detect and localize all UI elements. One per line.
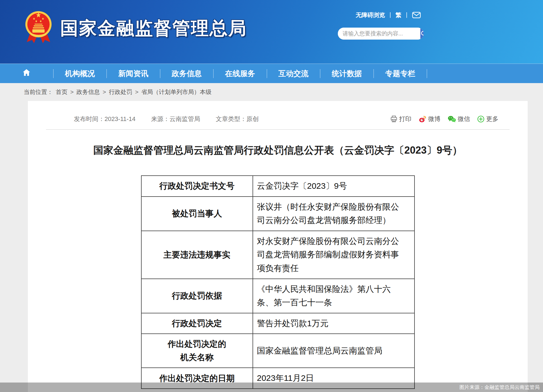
home-icon [22,69,31,76]
meta-divider [46,129,510,130]
row-value: 国家金融监督管理总局云南监管局 [253,334,414,368]
row-value: 云金罚决字〔2023〕9号 [253,176,414,197]
weibo-icon [419,115,426,123]
wechat-icon [448,115,456,123]
site-header: 国家金融监督管理总局 无障碍浏览 繁 [0,0,543,64]
site-title: 国家金融监督管理总局 [60,16,247,40]
row-label: 行政处罚依据 [141,279,253,313]
top-links-separator [390,12,391,18]
weibo-label: 微博 [428,115,440,123]
row-value: 警告并处罚款1万元 [253,313,414,334]
search-input[interactable] [338,28,420,40]
more-label: 更多 [486,115,498,123]
nav-item-home[interactable] [0,69,53,78]
row-value: 张议井（时任永安财产保险股份有限公司云南分公司盘龙营销服务部经理） [253,197,414,231]
nav-item-news[interactable]: 新闻资讯 [107,69,160,79]
breadcrumb-provincial-bureau[interactable]: 省局（计划单列市局）本级 [141,88,212,96]
nav-separator [427,69,427,78]
source-value: 云南监管局 [169,115,200,122]
image-source-caption: 图片来源：金融监管总局云南监管局 [459,384,540,391]
source: 来源：云南监管局 [151,115,200,123]
print-button[interactable]: 打印 [390,115,411,123]
top-links-separator [406,12,407,18]
weibo-share-button[interactable]: 微博 [419,115,440,123]
wechat-label: 微信 [458,115,470,123]
row-label: 行政处罚决定书文号 [141,176,253,197]
publish-time: 发布时间：2023-11-14 [74,115,135,123]
nav-item-special-topics[interactable]: 专题专栏 [374,69,427,79]
wechat-share-button[interactable]: 微信 [448,115,470,123]
table-row: 行政处罚决定书文号 云金罚决字〔2023〕9号 [141,176,414,197]
article-card: 发布时间：2023-11-14 来源：云南监管局 文章类型：原创 打印 [28,101,528,392]
table-row: 行政处罚决定 警告并处罚款1万元 [141,313,414,334]
breadcrumb-location-label: 当前位置： [24,88,53,96]
breadcrumb-separator: > [103,89,106,95]
nav-item-org-overview[interactable]: 机构概况 [54,69,107,79]
table-row: 主要违法违规事实 对永安财产保险股份有限公司云南分公司盘龙营销服务部编制虚假财务… [141,231,414,279]
breadcrumb: 当前位置： 首页 > 政务信息 > 行政处罚 > 省局（计划单列市局）本级 [0,83,543,101]
breadcrumb-gov-info[interactable]: 政务信息 [76,88,100,96]
publish-time-label: 发布时间： [74,115,105,122]
row-value: 《中华人民共和国保险法》第八十六条、第一百七十一条 [253,279,414,313]
share-actions: 打印 微博 [390,115,498,123]
breadcrumb-separator: > [70,89,74,95]
article-meta-row: 发布时间：2023-11-14 来源：云南监管局 文章类型：原创 打印 [28,101,528,123]
main-nav: 机构概况 新闻资讯 政务信息 在线服务 互动交流 统计数据 专题专栏 [0,64,543,83]
accessibility-link[interactable]: 无障碍浏览 [356,11,385,19]
article-type-label: 文章类型： [216,115,246,122]
publish-time-value: 2023-11-14 [105,115,135,122]
row-label: 主要违法违规事实 [141,231,253,279]
print-label: 打印 [399,115,411,123]
row-value: 对永安财产保险股份有限公司云南分公司盘龙营销服务部编制虚假财务资料事项负有责任 [253,231,414,279]
logo-row: 国家金融监督管理总局 [25,7,247,45]
mail-icon[interactable] [412,11,421,19]
plus-circle-icon [477,115,484,123]
search-bar [338,28,424,40]
search-button[interactable] [420,28,424,40]
row-label: 被处罚当事人 [141,197,253,231]
national-emblem-logo [25,7,52,45]
row-label: 作出处罚决定的 机关名称 [141,334,253,368]
breadcrumb-admin-penalty[interactable]: 行政处罚 [109,88,132,96]
printer-icon [390,115,397,123]
image-source-bar: 图片来源：金融监管总局云南监管局 [0,383,543,392]
nav-item-gov-info[interactable]: 政务信息 [160,69,214,79]
article-meta: 发布时间：2023-11-14 来源：云南监管局 文章类型：原创 [74,115,259,123]
table-row: 行政处罚依据 《中华人民共和国保险法》第八十六条、第一百七十一条 [141,279,414,313]
article-type: 文章类型：原创 [216,115,259,123]
nav-item-interaction[interactable]: 互动交流 [267,69,320,79]
breadcrumb-separator: > [135,89,139,95]
table-row: 被处罚当事人 张议井（时任永安财产保险股份有限公司云南分公司盘龙营销服务部经理） [141,197,414,231]
row-label: 行政处罚决定 [141,313,253,334]
nav-item-online-service[interactable]: 在线服务 [214,69,267,79]
article-type-value: 原创 [246,115,259,122]
search-icon [420,30,424,37]
top-links: 无障碍浏览 繁 [356,11,421,19]
source-label: 来源： [151,115,169,122]
page-title: 国家金融监督管理总局云南监管局行政处罚信息公开表（云金罚决字〔2023〕9号） [39,144,517,156]
nav-item-statistics[interactable]: 统计数据 [320,69,374,79]
penalty-info-table: 行政处罚决定书文号 云金罚决字〔2023〕9号 被处罚当事人 张议井（时任永安财… [141,175,415,389]
traditional-chinese-link[interactable]: 繁 [396,11,401,19]
breadcrumb-home[interactable]: 首页 [56,88,67,96]
more-share-button[interactable]: 更多 [477,115,498,123]
table-row: 作出处罚决定的 机关名称 国家金融监督管理总局云南监管局 [141,334,414,368]
